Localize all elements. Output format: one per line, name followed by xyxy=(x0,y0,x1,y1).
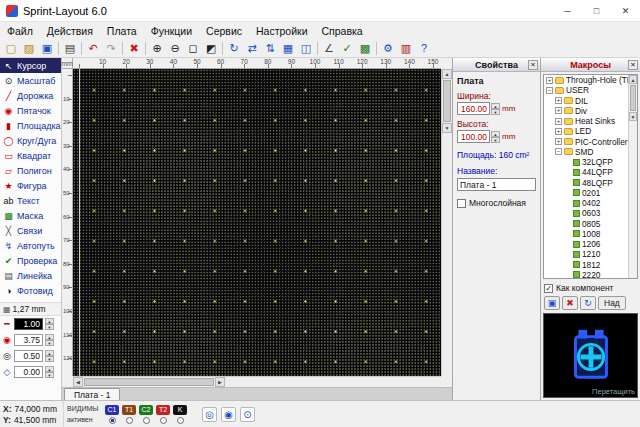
as-component-checkbox[interactable]: ✓ xyxy=(544,284,553,293)
mirror-horizontal-button[interactable]: ⇄ xyxy=(243,40,261,57)
macro-tree-item[interactable]: +PIC-Controller xyxy=(544,137,628,147)
expand-icon[interactable]: + xyxy=(546,77,553,84)
zoom-board-button[interactable]: ◻ xyxy=(184,40,202,57)
menu-item[interactable]: Настройки xyxy=(249,22,315,39)
macro-tree-item[interactable]: −USER xyxy=(544,85,628,95)
menu-item[interactable]: Плата xyxy=(100,22,144,39)
macro-tree-item[interactable]: 1008 xyxy=(544,229,628,239)
layer-position-button[interactable]: Над xyxy=(598,296,626,310)
save-button[interactable]: ▣ xyxy=(38,40,56,57)
help-button[interactable]: ? xyxy=(415,40,433,57)
layer-active-radio[interactable] xyxy=(126,417,133,424)
scroll-left-icon[interactable]: ◀ xyxy=(73,377,83,387)
board-tab[interactable]: Плата - 1 xyxy=(64,388,120,400)
macro-tree-item[interactable]: 1210 xyxy=(544,249,628,259)
close-button[interactable]: ✕ xyxy=(611,0,640,21)
macro-tree-item[interactable]: +Div xyxy=(544,106,628,116)
redo-button[interactable]: ↷ xyxy=(102,40,120,57)
tool-photoview[interactable]: ◑Фотовид xyxy=(0,283,61,298)
tool-rect[interactable]: ▭Квадрат xyxy=(0,148,61,163)
menu-item[interactable]: Файл xyxy=(0,22,40,39)
collapse-icon[interactable]: − xyxy=(555,148,562,155)
menu-item[interactable]: Справка xyxy=(315,22,370,39)
delete-button[interactable]: ✖ xyxy=(125,40,143,57)
macro-library-button[interactable]: ▥ xyxy=(397,40,415,57)
tool-text[interactable]: abТекст xyxy=(0,193,61,208)
expand-icon[interactable]: + xyxy=(555,138,562,145)
layer-active-radio[interactable] xyxy=(109,417,116,424)
close-icon[interactable]: ✕ xyxy=(528,60,538,70)
zoom-out-button[interactable]: ⊖ xyxy=(166,40,184,57)
align-button[interactable]: ▦ xyxy=(279,40,297,57)
spin-down-icon[interactable]: ▾ xyxy=(45,324,54,330)
spinner[interactable]: ▴▾ xyxy=(45,318,54,330)
macro-tree-item[interactable]: +DIL xyxy=(544,96,628,106)
menu-item[interactable]: Сервис xyxy=(199,22,249,39)
height-input[interactable]: 100.00 xyxy=(457,130,490,143)
layer-visibility-toggle[interactable]: K xyxy=(173,405,187,415)
rotate-macro-button[interactable]: ↻ xyxy=(580,296,596,310)
measure-button[interactable]: ∠ xyxy=(320,40,338,57)
tool-check[interactable]: ✔Проверка xyxy=(0,253,61,268)
mirror-vertical-button[interactable]: ⇅ xyxy=(261,40,279,57)
mask-button[interactable]: ▩ xyxy=(356,40,374,57)
horizontal-scrollbar[interactable]: ◀ ▶ xyxy=(73,376,441,387)
scroll-down-icon[interactable]: ▼ xyxy=(629,112,637,121)
spinner[interactable]: ▴▾ xyxy=(45,350,54,362)
expand-icon[interactable]: + xyxy=(555,97,562,104)
tool-track[interactable]: ╱Дорожка xyxy=(0,88,61,103)
width-input[interactable]: 160.00 xyxy=(457,102,490,115)
tool-smd-pad[interactable]: ▮Площадка xyxy=(0,118,61,133)
macro-preview[interactable]: Перетащить xyxy=(543,313,638,398)
bullseye-icon[interactable]: ◉ xyxy=(221,407,236,422)
tool-ruler[interactable]: ▤Линейка xyxy=(0,268,61,283)
test-button[interactable]: ✓ xyxy=(338,40,356,57)
minimize-button[interactable]: ─ xyxy=(553,0,582,21)
macro-tree-item[interactable]: 1812 xyxy=(544,260,628,270)
macro-tree-item[interactable]: 32LQFP xyxy=(544,157,628,167)
macro-tree-item[interactable]: 48LQFP xyxy=(544,178,628,188)
menu-item[interactable]: Действия xyxy=(40,22,100,39)
new-button[interactable]: ▢ xyxy=(2,40,20,57)
spinner[interactable]: ▴▾ xyxy=(45,366,54,378)
scroll-up-icon[interactable]: ▲ xyxy=(629,75,637,84)
tool-pad[interactable]: ◉Пятачок xyxy=(0,103,61,118)
expand-icon[interactable]: + xyxy=(555,118,562,125)
spin-down-icon[interactable]: ▾ xyxy=(491,137,500,143)
undo-button[interactable]: ↶ xyxy=(84,40,102,57)
macro-tree-item[interactable]: −SMD xyxy=(544,147,628,157)
layer-visibility-toggle[interactable]: T1 xyxy=(122,405,136,415)
macro-tree-item[interactable]: +Heat Sinks xyxy=(544,116,628,126)
pcb-canvas[interactable] xyxy=(73,69,441,376)
expand-icon[interactable]: + xyxy=(555,107,562,114)
tree-scrollbar[interactable]: ▲ ▼ xyxy=(628,75,637,278)
scrollbar-thumb[interactable] xyxy=(443,80,451,122)
layer-visibility-toggle[interactable]: T2 xyxy=(156,405,170,415)
macro-tree-item[interactable]: 0402 xyxy=(544,198,628,208)
multilayer-checkbox[interactable] xyxy=(457,199,466,208)
dot-circle-icon[interactable]: ⊙ xyxy=(240,407,255,422)
macro-tree-item[interactable]: +LED xyxy=(544,126,628,136)
menu-item[interactable]: Функции xyxy=(144,22,199,39)
tool-mask[interactable]: ▩Маска xyxy=(0,208,61,223)
open-button[interactable]: ▨ xyxy=(20,40,38,57)
spin-down-icon[interactable]: ▾ xyxy=(45,340,54,346)
width-spinner[interactable]: ▴ ▾ xyxy=(491,103,500,115)
layer-active-radio[interactable] xyxy=(160,417,167,424)
tool-autoroute[interactable]: ↯Автопуть xyxy=(0,238,61,253)
pad-diameter-value[interactable]: 3.75 xyxy=(14,334,43,346)
macro-tree-item[interactable]: 0805 xyxy=(544,219,628,229)
collapse-icon[interactable]: − xyxy=(546,87,553,94)
maximize-button[interactable]: □ xyxy=(582,0,611,21)
zoom-in-button[interactable]: ⊕ xyxy=(148,40,166,57)
settings-button[interactable]: ⚙ xyxy=(379,40,397,57)
macro-tree-item[interactable]: 1206 xyxy=(544,239,628,249)
height-spinner[interactable]: ▴ ▾ xyxy=(491,131,500,143)
tool-zoom[interactable]: ⊙Масштаб xyxy=(0,73,61,88)
zoom-selection-button[interactable]: ◩ xyxy=(202,40,220,57)
macro-tree-item[interactable]: +Through-Hole (TH) xyxy=(544,75,628,85)
layer-active-radio[interactable] xyxy=(177,417,184,424)
spinner[interactable]: ▴▾ xyxy=(45,334,54,346)
offset-value[interactable]: 0.00 xyxy=(14,366,43,378)
expand-icon[interactable]: + xyxy=(555,128,562,135)
